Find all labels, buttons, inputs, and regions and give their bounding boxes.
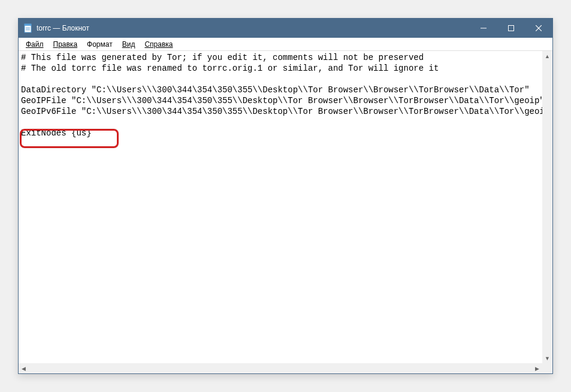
- scroll-left-button[interactable]: ◀: [19, 363, 29, 373]
- menu-help[interactable]: Справка: [140, 39, 177, 50]
- horizontal-scrollbar[interactable]: ◀ ▶: [19, 363, 542, 373]
- text-line: # The old torrc file was renamed to torr…: [21, 64, 439, 73]
- notepad-icon: [23, 23, 33, 33]
- menu-view[interactable]: Вид: [117, 39, 140, 50]
- text-line: GeoIPv6File "C:\\Users\\\300\344\354\350…: [21, 107, 542, 116]
- vertical-scrollbar[interactable]: ▲ ▼: [542, 51, 552, 363]
- svg-rect-1: [25, 24, 31, 26]
- minimize-button[interactable]: [470, 19, 497, 38]
- maximize-button[interactable]: [497, 19, 525, 38]
- titlebar: torrc — Блокнот: [19, 19, 552, 38]
- window-controls: [470, 19, 552, 38]
- svg-rect-6: [509, 26, 514, 31]
- text-editor[interactable]: # This file was generated by Tor; if you…: [19, 51, 542, 363]
- text-line: DataDirectory "C:\\Users\\\300\344\354\3…: [21, 85, 530, 95]
- menubar: Файл Правка Формат Вид Справка: [19, 38, 552, 51]
- menu-format[interactable]: Формат: [82, 39, 117, 50]
- scroll-up-button[interactable]: ▲: [542, 51, 552, 61]
- menu-file[interactable]: Файл: [21, 39, 49, 50]
- window-title: torrc — Блокнот: [37, 24, 470, 32]
- scrollbar-corner: [542, 363, 552, 373]
- scroll-right-button[interactable]: ▶: [532, 363, 542, 373]
- scroll-down-button[interactable]: ▼: [542, 353, 552, 363]
- menu-edit[interactable]: Правка: [49, 39, 83, 50]
- notepad-window: torrc — Блокнот Файл Правка Формат Вид С…: [18, 18, 553, 374]
- close-button[interactable]: [525, 19, 552, 38]
- scroll-track-vertical[interactable]: [542, 61, 552, 353]
- text-line: ExitNodes {us}: [21, 128, 92, 138]
- editor-area: # This file was generated by Tor; if you…: [19, 51, 552, 373]
- text-line: # This file was generated by Tor; if you…: [21, 53, 424, 62]
- text-line: GeoIPFile "C:\\Users\\\300\344\354\350\3…: [21, 96, 542, 105]
- scroll-track-horizontal[interactable]: [29, 363, 532, 373]
